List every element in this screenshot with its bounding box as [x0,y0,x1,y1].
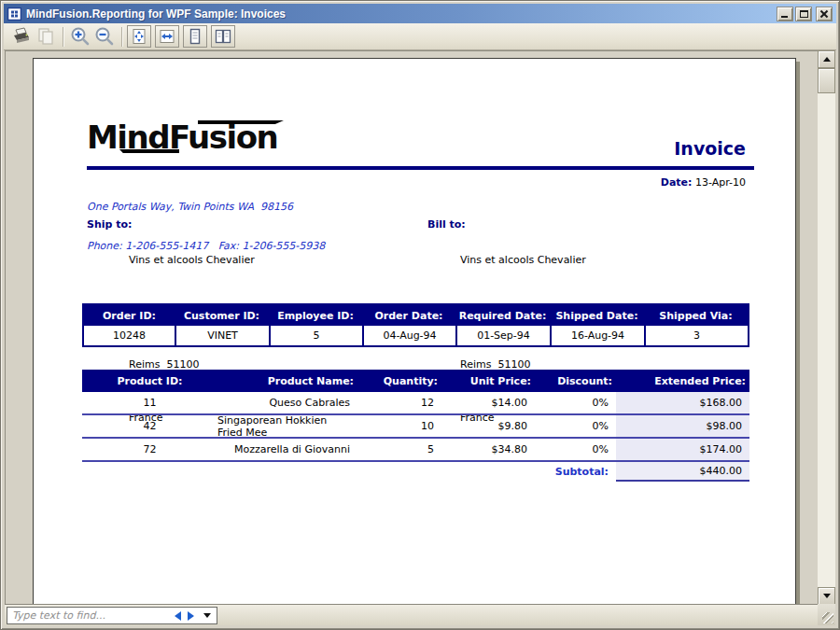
printer-icon [11,27,32,46]
invoice-page: MindFusion Invoice One Portals Way, Twin… [33,58,796,605]
zoom-in-button[interactable] [68,25,92,49]
scrollbar-thumb[interactable] [818,68,835,93]
app-icon [7,7,21,21]
header-rule [87,166,754,170]
close-button[interactable] [816,7,833,21]
item-row: 42 Singaporean Hokkien Fried Mee 10 $9.8… [82,415,749,439]
maximize-button[interactable] [795,7,812,21]
zoom-out-button[interactable] [92,25,117,49]
app-window: MindFusion.Reporting for WPF Sample: Inv… [0,0,840,630]
items-table-header: Product ID: Product Name: Quantity: Unit… [82,370,749,392]
fit-page-button[interactable] [127,25,151,48]
subtotal-value: $440.00 [616,462,749,482]
scroll-up-button[interactable] [818,50,835,68]
two-pages-button[interactable] [211,25,235,48]
copy-button[interactable] [34,25,58,49]
date-label: Date: [661,176,693,189]
title-bar[interactable]: MindFusion.Reporting for WPF Sample: Inv… [4,4,836,23]
order-table-header: Order ID: Customer ID: Employee ID: Orde… [84,305,748,326]
print-button[interactable] [9,25,34,49]
toolbar-separator [121,27,122,47]
arrow-down-icon [823,594,831,598]
mindfusion-logo: MindFusion [87,119,283,160]
window-title: MindFusion.Reporting for WPF Sample: Inv… [26,7,777,21]
order-table-row: 10248 VINET 5 04-Aug-94 01-Sep-94 16-Aug… [84,326,748,345]
subtotal-row: Subtotal: $440.00 [82,462,749,482]
logo-overline-swoosh [198,120,284,124]
toolbar-separator [63,27,63,47]
two-pages-icon [215,28,231,45]
fit-width-button[interactable] [155,25,179,48]
single-page-button[interactable] [183,25,207,48]
order-info-table: Order ID: Customer ID: Employee ID: Orde… [82,303,749,347]
zoom-in-icon [69,26,91,47]
single-page-icon [187,28,203,45]
fit-width-icon [159,28,175,45]
date-value: 13-Apr-10 [692,176,746,189]
item-row: 72 Mozzarella di Giovanni 5 $34.80 0% $1… [82,439,749,462]
subtotal-label: Subtotal: [82,462,616,482]
minimize-button[interactable] [777,7,793,21]
maximize-icon [800,10,808,18]
copy-pages-icon [36,27,55,46]
minimize-icon [781,16,788,18]
resize-grip-icon [822,612,833,623]
arrow-up-icon [823,57,831,62]
address-line-1: One Portals Way, Twin Points WA 98156 [87,201,325,214]
line-items-table: Product ID: Product Name: Quantity: Unit… [82,370,749,482]
zoom-out-icon [93,26,116,47]
toolbar [4,23,836,50]
resize-grip[interactable] [818,604,835,625]
fit-page-icon [131,28,147,45]
logo-underline-swoosh [119,149,179,153]
invoice-date: Date: 13-Apr-10 [661,176,746,189]
scroll-down-button[interactable] [818,587,835,605]
preview-viewport: MindFusion Invoice One Portals Way, Twin… [5,50,819,605]
item-row: 11 Queso Cabrales 12 $14.00 0% $168.00 [82,392,749,415]
find-bar [5,604,835,625]
find-input[interactable] [7,609,175,623]
find-previous-icon[interactable] [175,611,181,621]
vertical-scrollbar[interactable] [818,50,835,605]
invoice-title: Invoice [674,138,746,159]
find-options-icon[interactable] [203,613,211,618]
ship-to-label: Ship to: [87,218,132,231]
find-box [7,607,217,624]
find-next-icon[interactable] [188,611,194,621]
